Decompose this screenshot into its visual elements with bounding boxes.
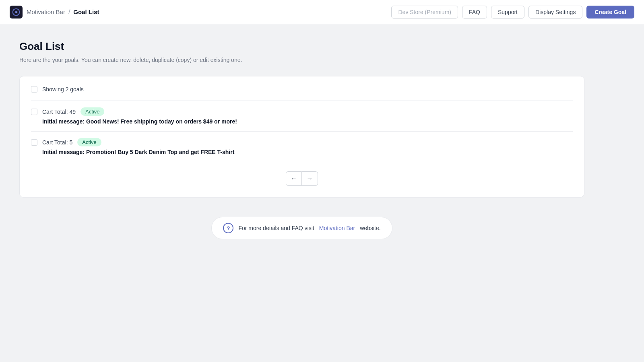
motivation-bar-link[interactable]: Motivation Bar xyxy=(319,225,355,231)
footer-text-before: For more details and FAQ visit xyxy=(238,225,314,231)
goal-item-2: Cart Total: 5 Active Initial message: Pr… xyxy=(31,131,573,162)
prev-arrow-icon: ← xyxy=(291,175,297,182)
app-header: Motivation Bar / Goal List Dev Store (Pr… xyxy=(0,0,644,24)
svg-point-2 xyxy=(16,11,17,12)
breadcrumb: Motivation Bar / Goal List xyxy=(27,8,99,16)
breadcrumb-current-page: Goal List xyxy=(73,8,99,15)
goal-1-header: Cart Total: 49 Active xyxy=(31,107,573,116)
goal-2-header: Cart Total: 5 Active xyxy=(31,138,573,146)
app-logo xyxy=(10,6,23,19)
goal-1-status-badge: Active xyxy=(80,107,104,116)
showing-row: Showing 2 goals xyxy=(31,86,573,93)
goal-1-type: Cart Total: 49 xyxy=(42,109,76,115)
header-left: Motivation Bar / Goal List xyxy=(10,6,99,19)
header-right: Dev Store (Premium) FAQ Support Display … xyxy=(391,6,634,19)
info-box: ? For more details and FAQ visit Motivat… xyxy=(211,217,392,239)
next-arrow-icon: → xyxy=(307,175,313,182)
create-goal-button[interactable]: Create Goal xyxy=(586,6,634,19)
footer-text-after: website. xyxy=(360,225,380,231)
page-subtitle: Here are the your goals. You can create … xyxy=(19,57,584,63)
main-content: Goal List Here are the your goals. You c… xyxy=(0,24,604,255)
goal-2-type: Cart Total: 5 xyxy=(42,139,72,146)
display-settings-button[interactable]: Display Settings xyxy=(528,6,582,19)
pagination: ← → xyxy=(31,171,573,186)
goals-card: Showing 2 goals Cart Total: 49 Active In… xyxy=(19,76,584,197)
goal-item-1: Cart Total: 49 Active Initial message: G… xyxy=(31,101,573,131)
help-icon: ? xyxy=(223,223,233,233)
prev-page-button[interactable]: ← xyxy=(286,171,302,186)
footer-info: ? For more details and FAQ visit Motivat… xyxy=(19,217,584,239)
question-mark: ? xyxy=(227,225,230,231)
goal-2-status-badge: Active xyxy=(77,138,101,146)
next-page-button[interactable]: → xyxy=(302,171,318,186)
support-button[interactable]: Support xyxy=(491,6,524,19)
goal-2-message: Initial message: Promotion! Buy 5 Dark D… xyxy=(42,149,573,155)
page-title: Goal List xyxy=(19,40,584,53)
store-button[interactable]: Dev Store (Premium) xyxy=(391,6,458,19)
goal-1-message: Initial message: Good News! Free shippin… xyxy=(42,118,573,125)
select-all-checkbox[interactable] xyxy=(31,86,37,93)
breadcrumb-separator: / xyxy=(68,8,70,16)
faq-button[interactable]: FAQ xyxy=(462,6,487,19)
breadcrumb-app-name: Motivation Bar xyxy=(27,8,65,15)
goal-1-checkbox[interactable] xyxy=(31,109,37,115)
goal-2-checkbox[interactable] xyxy=(31,139,37,146)
showing-label: Showing 2 goals xyxy=(42,86,84,93)
